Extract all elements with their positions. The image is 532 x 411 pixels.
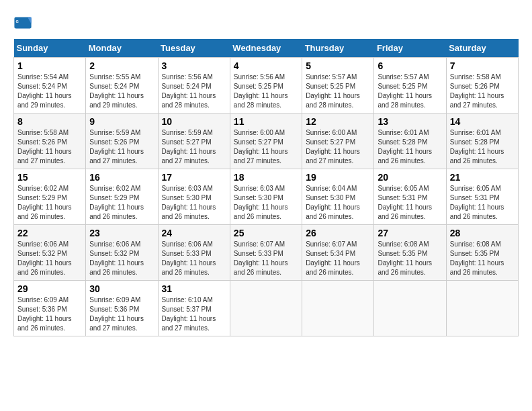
day-info: Sunrise: 5:57 AM Sunset: 5:25 PM Dayligh… xyxy=(306,73,370,110)
day-info: Sunrise: 6:01 AM Sunset: 5:28 PM Dayligh… xyxy=(378,128,442,166)
calendar-cell: 21 Sunrise: 6:05 AM Sunset: 5:31 PM Dayl… xyxy=(446,169,518,225)
day-info: Sunrise: 6:08 AM Sunset: 5:35 PM Dayligh… xyxy=(378,240,442,277)
day-number: 28 xyxy=(450,228,515,238)
calendar-cell: 24 Sunrise: 6:06 AM Sunset: 5:33 PM Dayl… xyxy=(158,225,230,281)
day-info: Sunrise: 6:08 AM Sunset: 5:35 PM Dayligh… xyxy=(450,240,515,277)
calendar-cell xyxy=(446,281,518,336)
logo-icon: G xyxy=(13,13,32,32)
calendar-week-5: 29 Sunrise: 6:09 AM Sunset: 5:36 PM Dayl… xyxy=(14,281,519,336)
day-number: 9 xyxy=(89,116,154,127)
logo: G xyxy=(13,13,35,32)
day-info: Sunrise: 6:09 AM Sunset: 5:36 PM Dayligh… xyxy=(17,295,82,333)
day-number: 26 xyxy=(306,228,370,238)
day-header-thursday: Thursday xyxy=(302,39,374,58)
calendar-week-4: 22 Sunrise: 6:06 AM Sunset: 5:32 PM Dayl… xyxy=(14,225,519,281)
day-number: 14 xyxy=(450,116,515,127)
day-header-friday: Friday xyxy=(374,39,446,58)
calendar-cell xyxy=(302,281,374,336)
calendar-week-2: 8 Sunrise: 5:58 AM Sunset: 5:26 PM Dayli… xyxy=(14,113,519,169)
day-info: Sunrise: 5:55 AM Sunset: 5:24 PM Dayligh… xyxy=(89,73,154,110)
calendar-cell: 3 Sunrise: 5:56 AM Sunset: 5:24 PM Dayli… xyxy=(158,58,230,113)
calendar-cell: 28 Sunrise: 6:08 AM Sunset: 5:35 PM Dayl… xyxy=(446,225,518,281)
calendar-cell: 6 Sunrise: 5:57 AM Sunset: 5:25 PM Dayli… xyxy=(374,58,446,113)
day-info: Sunrise: 5:59 AM Sunset: 5:27 PM Dayligh… xyxy=(162,128,226,166)
day-number: 12 xyxy=(306,116,370,127)
calendar-cell: 7 Sunrise: 5:58 AM Sunset: 5:26 PM Dayli… xyxy=(446,58,518,113)
day-number: 23 xyxy=(89,228,154,238)
day-info: Sunrise: 6:03 AM Sunset: 5:30 PM Dayligh… xyxy=(234,184,298,222)
day-info: Sunrise: 6:07 AM Sunset: 5:34 PM Dayligh… xyxy=(306,240,370,277)
day-info: Sunrise: 5:58 AM Sunset: 5:26 PM Dayligh… xyxy=(450,73,515,110)
day-number: 6 xyxy=(378,60,442,71)
day-number: 2 xyxy=(89,60,154,71)
calendar-cell: 14 Sunrise: 6:01 AM Sunset: 5:28 PM Dayl… xyxy=(446,113,518,169)
day-info: Sunrise: 6:03 AM Sunset: 5:30 PM Dayligh… xyxy=(162,184,226,222)
calendar-cell: 18 Sunrise: 6:03 AM Sunset: 5:30 PM Dayl… xyxy=(230,169,302,225)
day-number: 1 xyxy=(17,60,82,71)
calendar-cell: 19 Sunrise: 6:04 AM Sunset: 5:30 PM Dayl… xyxy=(302,169,374,225)
day-header-wednesday: Wednesday xyxy=(230,39,302,58)
calendar-cell: 5 Sunrise: 5:57 AM Sunset: 5:25 PM Dayli… xyxy=(302,58,374,113)
calendar-cell: 1 Sunrise: 5:54 AM Sunset: 5:24 PM Dayli… xyxy=(14,58,86,113)
day-info: Sunrise: 6:02 AM Sunset: 5:29 PM Dayligh… xyxy=(17,184,82,222)
day-number: 19 xyxy=(306,172,370,183)
calendar-cell: 31 Sunrise: 6:10 AM Sunset: 5:37 PM Dayl… xyxy=(158,281,230,336)
calendar-cell: 26 Sunrise: 6:07 AM Sunset: 5:34 PM Dayl… xyxy=(302,225,374,281)
day-info: Sunrise: 6:09 AM Sunset: 5:36 PM Dayligh… xyxy=(89,295,154,333)
day-number: 25 xyxy=(234,228,298,238)
day-info: Sunrise: 6:06 AM Sunset: 5:32 PM Dayligh… xyxy=(17,240,82,277)
calendar-cell: 25 Sunrise: 6:07 AM Sunset: 5:33 PM Dayl… xyxy=(230,225,302,281)
day-number: 5 xyxy=(306,60,370,71)
calendar-week-3: 15 Sunrise: 6:02 AM Sunset: 5:29 PM Dayl… xyxy=(14,169,519,225)
calendar-cell xyxy=(374,281,446,336)
calendar-cell: 4 Sunrise: 5:56 AM Sunset: 5:25 PM Dayli… xyxy=(230,58,302,113)
day-number: 4 xyxy=(234,60,298,71)
calendar-cell: 16 Sunrise: 6:02 AM Sunset: 5:29 PM Dayl… xyxy=(86,169,158,225)
day-info: Sunrise: 5:58 AM Sunset: 5:26 PM Dayligh… xyxy=(17,128,82,166)
calendar-table: SundayMondayTuesdayWednesdayThursdayFrid… xyxy=(13,39,519,336)
day-info: Sunrise: 6:05 AM Sunset: 5:31 PM Dayligh… xyxy=(450,184,515,222)
day-number: 31 xyxy=(162,283,226,294)
day-number: 16 xyxy=(89,172,154,183)
day-number: 11 xyxy=(234,116,298,127)
calendar-cell: 17 Sunrise: 6:03 AM Sunset: 5:30 PM Dayl… xyxy=(158,169,230,225)
day-info: Sunrise: 6:00 AM Sunset: 5:27 PM Dayligh… xyxy=(306,128,370,166)
calendar-cell: 2 Sunrise: 5:55 AM Sunset: 5:24 PM Dayli… xyxy=(86,58,158,113)
day-number: 18 xyxy=(234,172,298,183)
calendar-cell: 9 Sunrise: 5:59 AM Sunset: 5:26 PM Dayli… xyxy=(86,113,158,169)
calendar-cell: 8 Sunrise: 5:58 AM Sunset: 5:26 PM Dayli… xyxy=(14,113,86,169)
day-number: 10 xyxy=(162,116,226,127)
day-number: 3 xyxy=(162,60,226,71)
day-info: Sunrise: 5:59 AM Sunset: 5:26 PM Dayligh… xyxy=(89,128,154,166)
day-info: Sunrise: 5:57 AM Sunset: 5:25 PM Dayligh… xyxy=(378,73,442,110)
day-number: 29 xyxy=(17,283,82,294)
svg-text:G: G xyxy=(16,19,19,24)
day-number: 21 xyxy=(450,172,515,183)
day-info: Sunrise: 6:05 AM Sunset: 5:31 PM Dayligh… xyxy=(378,184,442,222)
day-number: 24 xyxy=(162,228,226,238)
day-info: Sunrise: 6:10 AM Sunset: 5:37 PM Dayligh… xyxy=(162,295,226,333)
calendar-cell: 27 Sunrise: 6:08 AM Sunset: 5:35 PM Dayl… xyxy=(374,225,446,281)
calendar-week-1: 1 Sunrise: 5:54 AM Sunset: 5:24 PM Dayli… xyxy=(14,58,519,113)
calendar-cell: 23 Sunrise: 6:06 AM Sunset: 5:32 PM Dayl… xyxy=(86,225,158,281)
day-info: Sunrise: 6:06 AM Sunset: 5:33 PM Dayligh… xyxy=(162,240,226,277)
day-number: 27 xyxy=(378,228,442,238)
day-info: Sunrise: 6:02 AM Sunset: 5:29 PM Dayligh… xyxy=(89,184,154,222)
day-number: 7 xyxy=(450,60,515,71)
day-info: Sunrise: 5:56 AM Sunset: 5:25 PM Dayligh… xyxy=(234,73,298,110)
calendar-cell: 11 Sunrise: 6:00 AM Sunset: 5:27 PM Dayl… xyxy=(230,113,302,169)
calendar-cell: 22 Sunrise: 6:06 AM Sunset: 5:32 PM Dayl… xyxy=(14,225,86,281)
day-number: 8 xyxy=(17,116,82,127)
day-header-saturday: Saturday xyxy=(446,39,518,58)
day-number: 20 xyxy=(378,172,442,183)
page-header: G xyxy=(13,13,519,32)
day-info: Sunrise: 6:00 AM Sunset: 5:27 PM Dayligh… xyxy=(234,128,298,166)
calendar-cell xyxy=(230,281,302,336)
day-info: Sunrise: 6:01 AM Sunset: 5:28 PM Dayligh… xyxy=(450,128,515,166)
calendar-cell: 15 Sunrise: 6:02 AM Sunset: 5:29 PM Dayl… xyxy=(14,169,86,225)
calendar-cell: 12 Sunrise: 6:00 AM Sunset: 5:27 PM Dayl… xyxy=(302,113,374,169)
day-info: Sunrise: 6:06 AM Sunset: 5:32 PM Dayligh… xyxy=(89,240,154,277)
day-number: 17 xyxy=(162,172,226,183)
calendar-cell: 20 Sunrise: 6:05 AM Sunset: 5:31 PM Dayl… xyxy=(374,169,446,225)
day-header-monday: Monday xyxy=(86,39,158,58)
